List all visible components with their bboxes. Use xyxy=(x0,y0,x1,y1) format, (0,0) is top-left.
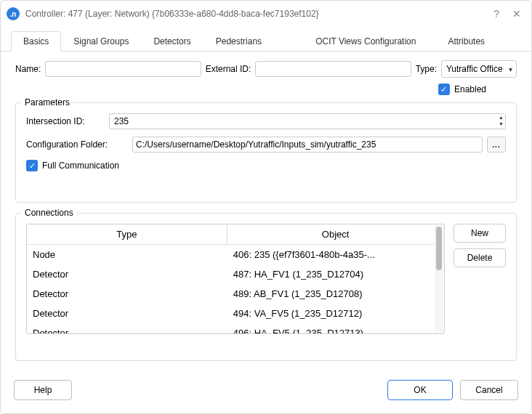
table-row[interactable]: Node 406: 235 ({ef7f3601-480b-4a35-... xyxy=(27,245,444,265)
spinner-arrows[interactable]: ▲ ▼ xyxy=(499,114,504,127)
config-folder-input[interactable] xyxy=(132,137,483,153)
enabled-row: ✓ Enabled xyxy=(15,84,517,95)
external-id-input[interactable] xyxy=(255,61,411,77)
tab-content-basics: Name: External ID: Type: Yutraffic Offic… xyxy=(1,52,531,371)
enabled-checkbox[interactable]: ✓ xyxy=(438,84,450,95)
full-communication-checkbox[interactable]: ✓ xyxy=(26,160,38,171)
cell-type: Detector xyxy=(27,323,227,333)
connections-table[interactable]: Type Object Node 406: 235 ({ef7f3601-480… xyxy=(27,224,444,333)
table-row[interactable]: Detector 494: VA_FV5 (1_235_D12712) xyxy=(27,304,444,323)
delete-button[interactable]: Delete xyxy=(454,248,506,267)
spinner-up-icon[interactable]: ▲ xyxy=(499,114,504,121)
table-header-row: Type Object xyxy=(27,224,444,245)
cancel-button[interactable]: Cancel xyxy=(460,380,518,400)
cell-type: Detector xyxy=(27,304,227,323)
type-select[interactable]: Yutraffic Office xyxy=(441,60,517,78)
cell-type: Detector xyxy=(27,284,227,304)
connections-legend: Connections xyxy=(22,208,76,218)
enabled-checkbox-wrap[interactable]: ✓ Enabled xyxy=(438,84,486,95)
column-header-type[interactable]: Type xyxy=(27,224,227,245)
cell-object: 406: 235 ({ef7f3601-480b-4a35-... xyxy=(227,245,443,265)
cell-object: 487: HA_FV1 (1_235_D12704) xyxy=(227,264,443,284)
help-button[interactable]: Help xyxy=(14,380,72,400)
type-label: Type: xyxy=(416,64,437,74)
dialog-footer: Help OK Cancel xyxy=(1,371,531,413)
connections-fieldset: Connections Type Object xyxy=(15,213,517,361)
tab-attributes[interactable]: Attributes xyxy=(435,31,497,51)
full-communication-checkbox-wrap[interactable]: ✓ Full Communication xyxy=(26,160,119,171)
cell-type: Detector xyxy=(27,264,227,284)
name-input[interactable] xyxy=(45,61,201,77)
intersection-id-input[interactable] xyxy=(109,113,506,129)
dialog-window: .n Controller: 477 (Layer: Network) {7b0… xyxy=(0,0,532,414)
app-icon: .n xyxy=(7,7,20,20)
tab-basics[interactable]: Basics xyxy=(11,31,61,52)
cell-object: 496: HA_FV5 (1_235_D12713) xyxy=(227,323,443,333)
scrollbar-thumb[interactable] xyxy=(436,227,442,270)
table-row[interactable]: Detector 487: HA_FV1 (1_235_D12704) xyxy=(27,264,444,284)
full-communication-label: Full Communication xyxy=(42,161,119,171)
column-header-object[interactable]: Object xyxy=(227,224,443,245)
name-row: Name: External ID: Type: Yutraffic Offic… xyxy=(15,60,517,78)
parameters-legend: Parameters xyxy=(22,97,73,107)
table-scrollbar[interactable] xyxy=(435,225,443,333)
external-id-label: External ID: xyxy=(206,64,251,74)
window-title: Controller: 477 (Layer: Network) {7b0633… xyxy=(25,9,488,19)
table-row[interactable]: Detector 496: HA_FV5 (1_235_D12713) xyxy=(27,323,444,333)
config-folder-label: Configuration Folder: xyxy=(26,139,128,150)
name-label: Name: xyxy=(15,64,41,74)
connections-side-buttons: New Delete xyxy=(454,224,506,352)
tab-detectors[interactable]: Detectors xyxy=(141,31,203,51)
close-icon[interactable]: ✕ xyxy=(512,8,521,20)
table-row[interactable]: Detector 489: AB_FV1 (1_235_D12708) xyxy=(27,284,444,304)
spinner-down-icon[interactable]: ▼ xyxy=(499,121,504,127)
intersection-id-label: Intersection ID: xyxy=(26,116,105,126)
ok-button[interactable]: OK xyxy=(387,380,453,400)
enabled-label: Enabled xyxy=(454,84,486,94)
titlebar: .n Controller: 477 (Layer: Network) {7b0… xyxy=(1,1,531,27)
cell-object: 494: VA_FV5 (1_235_D12712) xyxy=(227,304,443,323)
tab-signal-groups[interactable]: Signal Groups xyxy=(61,31,141,51)
browse-button[interactable]: ... xyxy=(487,137,506,153)
cell-type: Node xyxy=(27,245,227,265)
help-icon[interactable]: ? xyxy=(493,8,499,20)
new-button[interactable]: New xyxy=(454,224,506,243)
connections-table-wrap: Type Object Node 406: 235 ({ef7f3601-480… xyxy=(26,224,445,334)
tab-bar: Basics Signal Groups Detectors Pedestria… xyxy=(1,31,531,52)
titlebar-buttons: ? ✕ xyxy=(493,8,525,20)
tab-pedestrians[interactable]: Pedestrians xyxy=(203,31,274,51)
cell-object: 489: AB_FV1 (1_235_D12708) xyxy=(227,284,443,304)
tab-ocit-views[interactable]: OCIT Views Configuration xyxy=(303,31,428,51)
parameters-fieldset: Parameters Intersection ID: ▲ ▼ Configur… xyxy=(15,102,517,203)
